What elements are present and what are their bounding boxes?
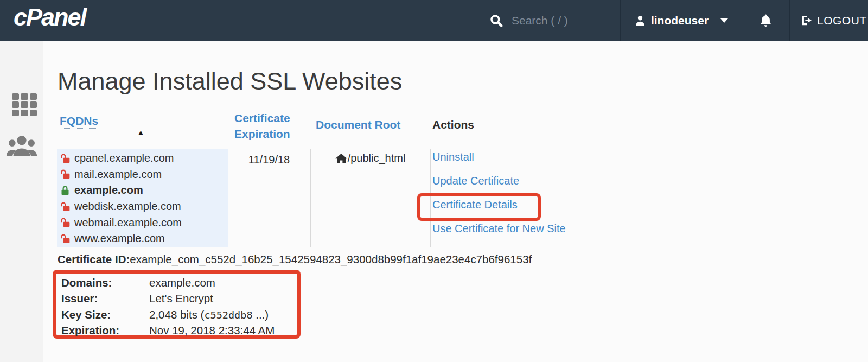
open-lock-icon bbox=[60, 201, 71, 212]
fqdn-row: webmail.example.com bbox=[60, 214, 182, 231]
table-row-divider bbox=[57, 247, 602, 247]
fqdn-label: example.com bbox=[74, 184, 143, 196]
column-header-document-root: Document Root bbox=[316, 118, 400, 131]
domains-label: Domains: bbox=[61, 276, 149, 289]
issuer-value: Let's Encrypt bbox=[149, 292, 213, 305]
open-lock-icon bbox=[60, 217, 71, 228]
certificate-id-label: Certificate ID: bbox=[58, 253, 130, 265]
top-navbar: cPanel linodeuser bbox=[0, 0, 868, 41]
fqdn-row: example.com bbox=[60, 182, 182, 199]
open-lock-icon bbox=[60, 153, 71, 164]
home-icon bbox=[335, 153, 347, 164]
notifications-button[interactable] bbox=[742, 0, 789, 41]
fqdn-row: mail.example.com bbox=[60, 167, 182, 183]
sort-by-fqdns-link[interactable]: FQDNs bbox=[60, 115, 98, 129]
logout-button[interactable]: LOGOUT bbox=[789, 0, 868, 41]
sidebar-item-user-manager[interactable] bbox=[6, 135, 37, 157]
certificate-details-link[interactable]: Certificate Details bbox=[432, 198, 566, 211]
closed-lock-icon bbox=[60, 185, 71, 196]
certificate-expiration-cell: 11/19/18 bbox=[228, 154, 310, 166]
logout-label: LOGOUT bbox=[817, 14, 867, 27]
document-root-path: /public_html bbox=[348, 152, 406, 164]
page-title: Manage Installed SSL Websites bbox=[58, 67, 402, 96]
column-header-fqdns: FQDNs bbox=[60, 115, 98, 128]
detail-row-expiration: Expiration: Nov 19, 2018 2:33:44 AM bbox=[61, 323, 275, 339]
detail-row-issuer: Issuer: Let's Encrypt bbox=[61, 291, 275, 307]
fqdns-list: cpanel.example.com mail.example.com exam… bbox=[60, 150, 182, 247]
left-sidebar bbox=[0, 41, 43, 362]
caret-down-icon bbox=[720, 18, 728, 23]
fqdn-label: mail.example.com bbox=[74, 168, 162, 181]
search-icon bbox=[489, 14, 503, 28]
fqdn-label: webmail.example.com bbox=[74, 217, 182, 229]
expiration-label: Expiration: bbox=[61, 324, 149, 337]
user-icon bbox=[634, 14, 646, 27]
fqdn-label: cpanel.example.com bbox=[74, 152, 174, 164]
document-root-cell: /public_html bbox=[310, 152, 430, 164]
open-lock-icon bbox=[60, 233, 71, 244]
expiration-value: Nov 19, 2018 2:33:44 AM bbox=[149, 324, 275, 337]
user-menu[interactable]: linodeuser bbox=[620, 0, 742, 41]
sort-by-document-root-link[interactable]: Document Root bbox=[316, 118, 400, 131]
actions-cell: Uninstall Update Certificate Certificate… bbox=[432, 150, 566, 235]
update-certificate-link[interactable]: Update Certificate bbox=[432, 174, 566, 187]
key-size-value: 2,048 bits (c552ddb8 ...) bbox=[149, 308, 269, 321]
navbar-search-section bbox=[464, 0, 620, 41]
key-size-hash: c552ddb8 bbox=[204, 309, 252, 321]
certificate-id-value: example_com_c552d_16b25_1542594823_9300d… bbox=[130, 253, 532, 265]
cpanel-logo: cPanel bbox=[14, 3, 86, 31]
detail-row-domains: Domains: example.com bbox=[61, 275, 275, 291]
fqdn-row: www.example.com bbox=[60, 231, 182, 247]
logout-icon bbox=[801, 14, 813, 27]
certificate-id-line: Certificate ID:example_com_c552d_16b25_1… bbox=[58, 253, 532, 266]
key-size-label: Key Size: bbox=[61, 308, 149, 321]
fqdn-row: cpanel.example.com bbox=[60, 150, 182, 167]
column-header-certificate-expiration: Certificate Expiration bbox=[234, 110, 301, 142]
uninstall-link[interactable]: Uninstall bbox=[432, 150, 566, 163]
use-certificate-for-new-site-link[interactable]: Use Certificate for New Site bbox=[432, 222, 566, 235]
search-input[interactable] bbox=[510, 14, 610, 28]
fqdn-label: www.example.com bbox=[74, 232, 165, 245]
column-header-actions: Actions bbox=[432, 118, 474, 131]
certificate-details-panel: Domains: example.com Issuer: Let's Encry… bbox=[61, 275, 275, 339]
sort-ascending-icon[interactable]: ▲ bbox=[137, 128, 144, 136]
issuer-label: Issuer: bbox=[61, 292, 149, 305]
detail-row-key-size: Key Size: 2,048 bits (c552ddb8 ...) bbox=[61, 307, 275, 323]
open-lock-icon bbox=[60, 169, 71, 180]
sort-by-expiration-link[interactable]: Certificate Expiration bbox=[234, 112, 290, 140]
username-label: linodeuser bbox=[651, 14, 709, 27]
column-divider bbox=[430, 149, 431, 247]
users-icon bbox=[6, 135, 37, 157]
bell-icon bbox=[758, 12, 773, 29]
sidebar-item-home[interactable] bbox=[12, 93, 37, 116]
fqdn-label: webdisk.example.com bbox=[74, 200, 181, 213]
fqdn-row: webdisk.example.com bbox=[60, 199, 182, 215]
domains-value: example.com bbox=[149, 276, 215, 289]
